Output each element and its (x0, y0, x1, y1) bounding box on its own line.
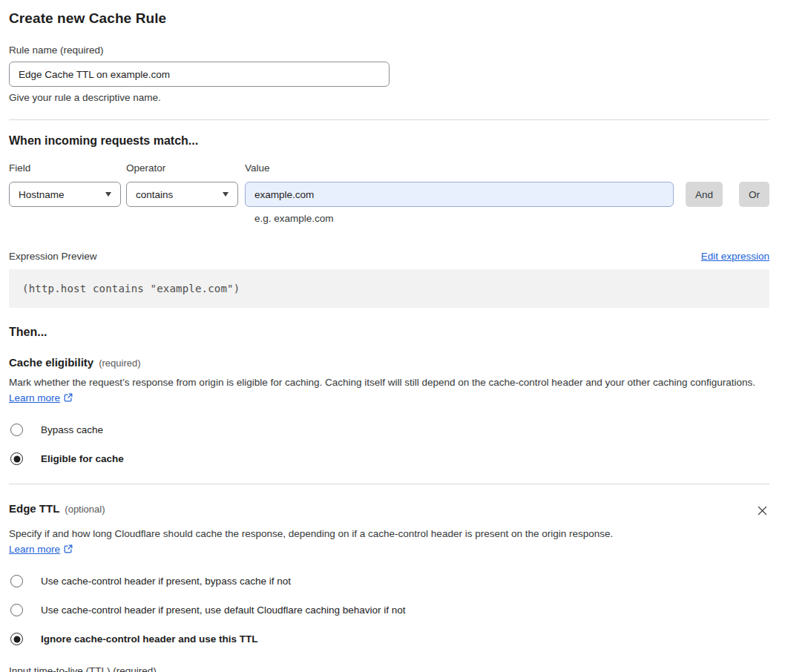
cache-eligibility-description: Mark whether the request’s response from… (9, 375, 769, 407)
radio-label: Eligible for cache (41, 453, 124, 464)
cache-eligibility-description-text: Mark whether the request’s response from… (9, 377, 755, 388)
radio-label: Use cache-control header if present, byp… (41, 576, 291, 587)
radio-icon (10, 452, 23, 465)
cache-eligibility-qualifier: (required) (99, 358, 140, 369)
match-heading: When incoming requests match... (9, 134, 769, 148)
operator-select[interactable]: contains (126, 182, 238, 207)
operator-select-value: contains (136, 189, 173, 200)
rule-name-input[interactable] (9, 62, 390, 87)
edit-expression-link[interactable]: Edit expression (701, 251, 769, 262)
radio-eligible-for-cache[interactable]: Eligible for cache (9, 452, 769, 465)
edge-ttl-learn-more-link[interactable]: Learn more (9, 544, 60, 555)
radio-label: Ignore cache-control header and use this… (41, 633, 258, 645)
cache-eligibility-header: Cache eligibility (required) (9, 356, 769, 369)
close-icon[interactable] (755, 504, 769, 520)
value-label: Value (245, 162, 270, 174)
rule-name-help: Give your rule a descriptive name. (9, 92, 769, 103)
edge-ttl-description: Specify if and how long Cloudflare shoul… (9, 526, 626, 559)
ttl-label: Input time-to-live (TTL) (required) (9, 665, 769, 672)
expression-preview-header: Expression Preview Edit expression (9, 251, 769, 262)
edge-ttl-header: Edge TTL (optional) (9, 502, 769, 520)
radio-icon (10, 424, 23, 436)
field-select[interactable]: Hostname (9, 182, 121, 207)
radio-use-header-default[interactable]: Use cache-control header if present, use… (9, 604, 769, 616)
field-select-value: Hostname (19, 189, 65, 200)
radio-icon (10, 604, 23, 616)
expression-preview-code: (http.host contains "example.com") (9, 269, 769, 308)
or-button[interactable]: Or (739, 182, 769, 207)
radio-label: Use cache-control header if present, use… (41, 605, 406, 616)
radio-bypass-cache[interactable]: Bypass cache (9, 424, 769, 436)
cache-eligibility-title: Cache eligibility (9, 356, 93, 369)
radio-icon (10, 575, 23, 587)
then-heading: Then... (9, 326, 769, 339)
radio-ignore-header-use-ttl[interactable]: Ignore cache-control header and use this… (9, 633, 769, 645)
value-input[interactable] (245, 182, 674, 207)
chevron-down-icon (105, 192, 111, 197)
edge-ttl-description-text: Specify if and how long Cloudflare shoul… (9, 528, 613, 539)
radio-icon (10, 633, 23, 645)
divider (9, 484, 769, 484)
operator-label: Operator (126, 162, 245, 174)
cache-eligibility-learn-more-link[interactable]: Learn more (9, 392, 60, 403)
and-button[interactable]: And (686, 182, 723, 207)
radio-use-header-bypass[interactable]: Use cache-control header if present, byp… (9, 575, 769, 587)
divider (9, 119, 769, 120)
expression-preview-label: Expression Preview (9, 251, 97, 262)
match-column-labels: Field Operator Value (9, 162, 769, 174)
rule-name-label: Rule name (required) (9, 45, 769, 56)
edge-ttl-title: Edge TTL (9, 502, 59, 515)
chevron-down-icon (223, 192, 229, 197)
external-link-icon (63, 543, 73, 559)
edge-ttl-qualifier: (optional) (65, 504, 105, 515)
external-link-icon (63, 392, 73, 407)
match-condition-row: Hostname contains And Or (9, 182, 769, 207)
value-help: e.g. example.com (254, 213, 769, 224)
cache-rule-form: Create new Cache Rule Rule name (require… (0, 0, 785, 672)
field-label: Field (9, 162, 126, 174)
edge-ttl-title-group: Edge TTL (optional) (9, 502, 105, 515)
page-title: Create new Cache Rule (9, 10, 769, 27)
radio-label: Bypass cache (41, 424, 103, 435)
